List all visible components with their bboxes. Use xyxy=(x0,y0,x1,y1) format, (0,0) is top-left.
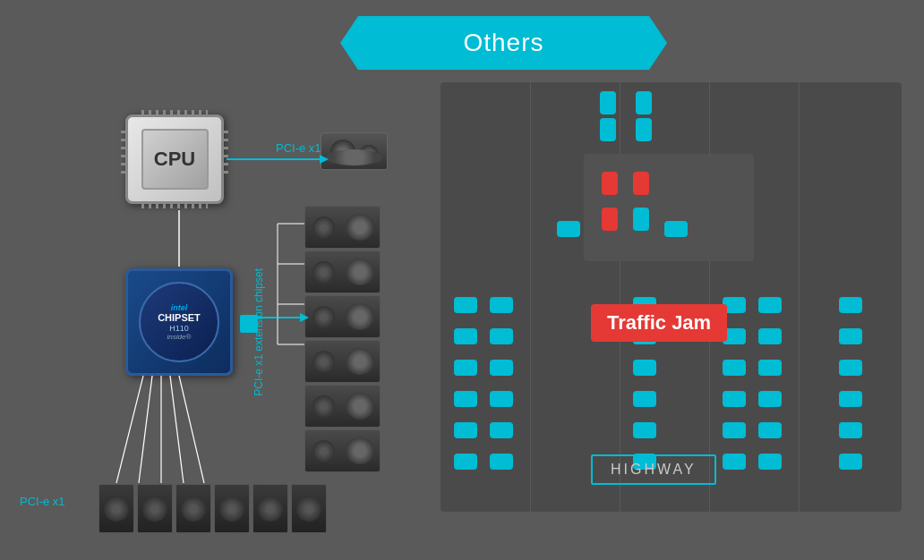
highway-area: Traffic Jam HIGHWAY xyxy=(441,82,902,512)
lane-div-4 xyxy=(799,82,800,512)
car-l2-r2 xyxy=(490,328,513,344)
gpu-stack-card-5 xyxy=(304,385,381,428)
chipset: intel CHIPSET H110 inside® xyxy=(125,268,233,376)
car-r1-r4 xyxy=(723,391,746,407)
gpu-small-5 xyxy=(252,484,288,533)
gpu-small-1 xyxy=(98,484,134,533)
chipset-name: CHIPSET xyxy=(158,312,201,323)
cpu-chip: CPU xyxy=(125,115,224,204)
others-banner: Others xyxy=(340,16,667,70)
lane-div-3 xyxy=(709,82,710,512)
car-jam-1 xyxy=(602,172,618,195)
intel-logo: intel xyxy=(171,303,188,312)
car-r1-r5 xyxy=(723,422,746,438)
chipset-model: H110 xyxy=(169,324,189,333)
car-top-1 xyxy=(600,91,616,115)
lane-div-1 xyxy=(530,82,531,512)
highway-label: HIGHWAY xyxy=(591,454,716,485)
others-label: Others xyxy=(463,29,543,57)
svg-line-5 xyxy=(116,376,143,483)
car-jam-6 xyxy=(557,221,580,237)
cpu-left-pins xyxy=(121,131,125,174)
lane-div-2 xyxy=(620,82,620,512)
car-top-3 xyxy=(636,91,652,115)
svg-line-9 xyxy=(179,376,204,483)
car-r2-r3 xyxy=(758,360,782,376)
car-jam-4 xyxy=(633,208,649,231)
gpu-stack xyxy=(304,206,381,472)
cpu-right-pins xyxy=(224,131,228,174)
gpu-top xyxy=(321,132,388,170)
cpu-label: CPU xyxy=(141,129,209,190)
svg-line-8 xyxy=(170,376,184,483)
car-rr1-r3 xyxy=(839,360,862,376)
car-rr1-r4 xyxy=(839,391,862,407)
gpu-stack-card-4 xyxy=(304,340,381,383)
chipset-inner: intel CHIPSET H110 inside® xyxy=(139,282,219,362)
gpu-small-6 xyxy=(291,484,327,533)
pcie-ext-label: PCI-e x1 extension chipset xyxy=(252,268,265,396)
gpu-stack-card-1 xyxy=(304,206,381,249)
car-r2-r5 xyxy=(758,422,782,438)
car-rr1-r5 xyxy=(839,422,862,438)
car-l2-r3 xyxy=(490,360,513,376)
car-l1-r2 xyxy=(454,328,477,344)
car-rr1-r2 xyxy=(839,328,862,344)
car-l1-r5 xyxy=(454,422,477,438)
car-r1-r6 xyxy=(723,454,746,470)
car-top-4 xyxy=(636,118,652,141)
car-jam-2 xyxy=(633,172,649,195)
gpu-small-2 xyxy=(137,484,173,533)
car-rr1-r1 xyxy=(839,297,862,313)
car-r2-r2 xyxy=(758,328,782,344)
traffic-jam-label: Traffic Jam xyxy=(591,304,727,342)
pcie-x1-label: PCI-e x1 xyxy=(20,495,65,508)
gpu-card-top xyxy=(321,132,388,170)
gpu-stack-card-2 xyxy=(304,250,381,293)
car-m1-r3 xyxy=(633,360,656,376)
car-m1-r5 xyxy=(633,422,656,438)
car-l2-r5 xyxy=(490,422,513,438)
chipset-inside: inside® xyxy=(167,333,192,341)
car-jam-3 xyxy=(602,208,618,231)
car-r2-r6 xyxy=(758,454,782,470)
car-l1-r1 xyxy=(454,297,477,313)
car-l2-r6 xyxy=(490,454,513,470)
gpu-stack-card-6 xyxy=(304,429,381,472)
gpu-stack-card-3 xyxy=(304,295,381,338)
car-jam-5 xyxy=(664,221,688,237)
car-l1-r3 xyxy=(454,360,477,376)
car-r2-r1 xyxy=(758,297,782,313)
car-r1-r3 xyxy=(723,360,746,376)
gpu-small-4 xyxy=(214,484,250,533)
car-l1-r4 xyxy=(454,391,477,407)
svg-line-6 xyxy=(139,376,152,483)
car-rr1-r6 xyxy=(839,454,862,470)
gpu-small-3 xyxy=(175,484,211,533)
car-l2-r4 xyxy=(490,391,513,407)
car-r2-r4 xyxy=(758,391,782,407)
car-l1-r6 xyxy=(454,454,477,470)
gpu-bottom-row xyxy=(98,484,327,533)
car-l2-r1 xyxy=(490,297,513,313)
car-top-2 xyxy=(600,118,616,141)
car-m1-r4 xyxy=(633,391,656,407)
